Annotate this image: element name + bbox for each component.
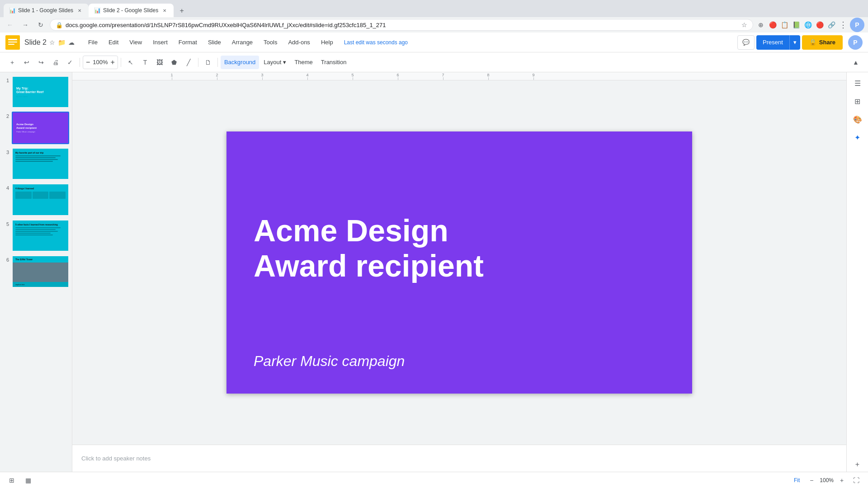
toolbar-sep-4 [217,58,218,67]
slide-canvas[interactable]: Acme Design Award recipient Parker Music… [226,131,692,394]
zoom-fit-button[interactable]: Fit [790,474,803,487]
menu-file[interactable]: File [84,37,102,47]
share-button[interactable]: 🔒 Share [802,35,843,50]
present-button[interactable]: Present ▾ [756,35,800,50]
toolbar-cursor[interactable]: ↖ [124,56,137,69]
browser-tab-2[interactable]: 📊 Slide 2 - Google Slides ✕ [89,4,174,17]
new-tab-button[interactable]: + [175,5,188,17]
zoom-out-button[interactable]: − [805,474,818,487]
toolbar-shapes[interactable]: ⬟ [167,56,181,69]
toolbar-undo[interactable]: ↩ [20,56,33,69]
theme-button[interactable]: Theme [291,56,316,69]
zoom-control[interactable]: − 100% + [83,56,118,69]
slide-preview-2[interactable]: Acme DesignAward recipient Parker Music … [12,112,69,144]
zoom-controls: Fit − 100% + ⛶ [790,474,863,487]
comments-icon: 💬 [742,39,750,46]
slide-thumb-2[interactable]: 2 Acme DesignAward recipient Parker Musi… [3,112,69,144]
folder-icon[interactable]: 📁 [58,39,66,46]
notes-area[interactable]: Click to add speaker notes [72,445,846,472]
back-button[interactable]: ← [4,19,16,31]
browser-tab-1[interactable]: 📊 Slide 1 - Google Slides ✕ [4,4,89,17]
toolbar-textbox[interactable]: T [138,56,152,69]
right-panel-icon-2[interactable]: ⊞ [850,94,865,108]
tab2-close[interactable]: ✕ [161,7,168,14]
slide-thumb-5[interactable]: 5 5 other facts I learned from researchi… [3,220,69,252]
browser-menu[interactable]: ⋮ [838,20,848,30]
slide-preview-6[interactable]: The Eiffel Tower caption text [12,255,69,287]
slide-thumb-3[interactable]: 3 My favorite part of our trip [3,148,69,180]
slide-num-5: 5 [3,221,9,227]
tab1-favicon: 📊 [9,7,15,14]
slide-main-title[interactable]: Acme Design Award recipient [254,213,484,283]
present-dropdown-arrow[interactable]: ▾ [789,35,800,50]
slide-wrapper[interactable]: Acme Design Award recipient Parker Music… [72,80,846,445]
menu-slide[interactable]: Slide [203,37,226,47]
browser-ext-3[interactable]: 📋 [779,20,789,30]
toolbar-print[interactable]: 🖨 [49,56,62,69]
menu-addons[interactable]: Add-ons [283,37,314,47]
browser-ext-4[interactable]: 📗 [791,20,801,30]
layout-button[interactable]: Layout ▾ [260,56,290,69]
background-label: Background [224,59,255,66]
toolbar-comment[interactable]: 🗋 [201,56,215,69]
slide-title-area: Slide 2 ☆ 📁 ☁ [24,38,75,47]
right-panel-icon-4[interactable]: ✦ [850,130,865,145]
browser-profile[interactable]: P [850,18,864,32]
menu-format[interactable]: Format [174,37,202,47]
slides-panel: 1 My Trip:Great Barrier Reef By Your Nam… [0,72,72,472]
cloud-icon[interactable]: ☁ [68,39,75,46]
browser-ext-6[interactable]: 🔴 [815,20,825,30]
toolbar-new[interactable]: + [5,56,19,69]
toolbar-collapse[interactable]: ▲ [849,56,863,69]
menu-edit[interactable]: Edit [104,37,123,47]
browser-ext-5[interactable]: 🌐 [803,20,813,30]
slide-preview-1[interactable]: My Trip:Great Barrier Reef By Your Name [12,76,69,108]
menu-help[interactable]: Help [316,37,338,47]
bottom-bar: ⊞ ▦ Fit − 100% + ⛶ [0,472,868,488]
menu-tools[interactable]: Tools [259,37,282,47]
grid-view-button[interactable]: ⊞ [5,474,18,487]
s5-title: 5 other facts I learned from researching [15,223,66,226]
slide-subtitle[interactable]: Parker Music campaign [254,353,405,370]
list-view-button[interactable]: ▦ [22,474,34,487]
slide-thumb-6[interactable]: 6 The Eiffel Tower caption text [3,255,69,287]
right-panel-icon-1[interactable]: ☰ [850,76,865,90]
address-bar[interactable]: 🔒 docs.google.com/presentation/d/1hSLNP7… [50,19,753,31]
tab2-favicon: 📊 [94,7,100,14]
slide-preview-3[interactable]: My favorite part of our trip [12,148,69,180]
ruler-mark-7: 7 [420,73,466,80]
right-panel-icon-3[interactable]: 🎨 [850,112,865,127]
slide-preview-5[interactable]: 5 other facts I learned from researching [12,220,69,252]
reload-button[interactable]: ↻ [34,19,47,31]
zoom-in-button[interactable]: + [835,474,848,487]
s4-cell1 [15,192,32,199]
toolbar-redo[interactable]: ↪ [34,56,48,69]
user-avatar[interactable]: P [848,35,863,50]
star-title-icon[interactable]: ☆ [49,39,55,46]
transition-button[interactable]: Transition [317,56,350,69]
star-icon[interactable]: ☆ [741,21,747,28]
forward-button[interactable]: → [19,19,32,31]
browser-ext-1[interactable]: ⊕ [756,20,766,30]
background-button[interactable]: Background [221,56,259,69]
zoom-minus[interactable]: − [86,58,90,66]
slide-thumb-4[interactable]: 4 4 things I learned [3,183,69,216]
menu-arrange[interactable]: Arrange [227,37,257,47]
menu-view[interactable]: View [125,37,146,47]
browser-ext-2[interactable]: 🔴 [768,20,778,30]
slide-preview-4[interactable]: 4 things I learned [12,183,69,216]
fullscreen-button[interactable]: ⛶ [850,474,863,487]
svg-rect-2 [8,42,17,42]
comments-button[interactable]: 💬 [737,35,755,50]
lock-icon: 🔒 [56,22,63,28]
menu-insert[interactable]: Insert [148,37,172,47]
slide-thumb-1[interactable]: 1 My Trip:Great Barrier Reef By Your Nam… [3,76,69,108]
toolbar-spellcheck[interactable]: ✓ [63,56,77,69]
toolbar-line[interactable]: ╱ [182,56,195,69]
slide-title-text[interactable]: Slide 2 [24,38,47,47]
zoom-plus[interactable]: + [111,58,115,66]
add-slide-icon[interactable]: + [850,457,865,472]
toolbar-image[interactable]: 🖼 [153,56,166,69]
browser-ext-7[interactable]: 🔗 [826,20,836,30]
tab1-close[interactable]: ✕ [76,7,83,14]
